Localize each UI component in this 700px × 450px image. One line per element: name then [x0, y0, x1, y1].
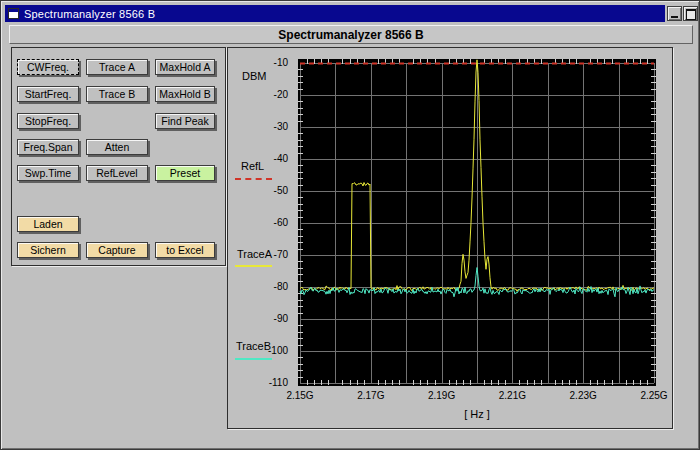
x-tick-label: 2.21G — [490, 390, 534, 401]
trace-b-button[interactable]: Trace B — [86, 86, 148, 102]
trace-b-line-sample — [235, 358, 272, 360]
y-tick-label: -20 — [230, 89, 288, 100]
reflevel-button[interactable]: RefLevel — [86, 165, 148, 181]
sichern-button[interactable]: Sichern — [17, 242, 79, 258]
preset-button[interactable]: Preset — [155, 165, 215, 181]
x-tick-label: 2.15G — [278, 390, 322, 401]
maxhold-a-button[interactable]: MaxHold A — [155, 59, 215, 75]
stopfreq-button[interactable]: StopFreq. — [17, 113, 79, 129]
capture-button[interactable]: Capture — [86, 242, 148, 258]
refl-line-sample — [235, 178, 272, 180]
y-tick-label: -50 — [230, 185, 288, 196]
startfreq-button[interactable]: StartFreq. — [17, 86, 79, 102]
x-tick-label: 2.25G — [632, 390, 676, 401]
page-title: Spectrumanalyzer 8566 B — [9, 25, 693, 44]
x-tick-label: 2.19G — [420, 390, 464, 401]
app-window: Spectrumanalyzer 8566 B Spectrumanalyzer… — [0, 0, 700, 450]
y-tick-label: -90 — [230, 313, 288, 324]
maxhold-b-button[interactable]: MaxHold B — [155, 86, 215, 102]
x-tick-label: 2.17G — [349, 390, 393, 401]
y-tick-label: -30 — [230, 121, 288, 132]
spectrum-plot — [298, 59, 656, 386]
freq-span-button[interactable]: Freq.Span — [17, 139, 79, 155]
x-axis-title: [ Hz ] — [447, 408, 507, 420]
maximize-button[interactable] — [683, 6, 698, 21]
title-bar: Spectrumanalyzer 8566 B — [5, 5, 665, 22]
control-button-panel: CWFreq.Trace AMaxHold AStartFreq.Trace B… — [11, 47, 226, 266]
y-tick-label: -100 — [230, 345, 288, 356]
trace-a-line-sample — [235, 265, 272, 267]
window-title: Spectrumanalyzer 8566 B — [24, 8, 155, 20]
y-axis-title: DBM — [242, 70, 266, 82]
cwfreq-button[interactable]: CWFreq. — [17, 59, 79, 75]
x-tick-label: 2.23G — [561, 390, 605, 401]
atten-button[interactable]: Atten — [86, 139, 148, 155]
y-tick-label: -40 — [230, 153, 288, 164]
to-excel-button[interactable]: to Excel — [155, 242, 215, 258]
y-tick-label: -70 — [230, 249, 288, 260]
trace-a-button[interactable]: Trace A — [86, 59, 148, 75]
minimize-button[interactable] — [667, 6, 682, 21]
laden-button[interactable]: Laden — [17, 216, 79, 232]
find-peak-button[interactable]: Find Peak — [155, 113, 215, 129]
spectrum-plot-panel: DBM RefL TraceA TraceB -10-20-30-40-50-6… — [227, 47, 673, 429]
window-icon — [8, 8, 19, 19]
y-tick-label: -80 — [230, 281, 288, 292]
swp-time-button[interactable]: Swp.Time — [17, 165, 79, 181]
y-tick-label: -110 — [230, 377, 288, 388]
y-tick-label: -10 — [230, 57, 288, 68]
y-tick-label: -60 — [230, 217, 288, 228]
